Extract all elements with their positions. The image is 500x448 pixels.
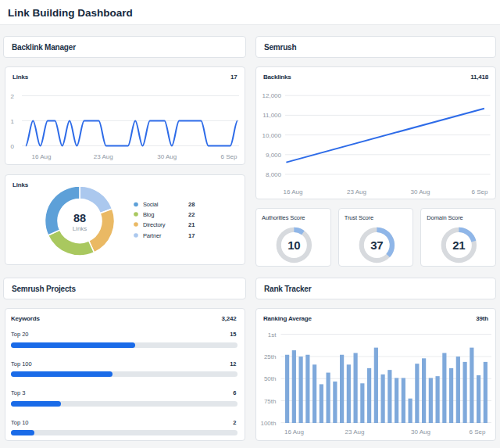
svg-text:30 Aug: 30 Aug	[411, 428, 430, 435]
svg-text:6 Sep: 6 Sep	[470, 428, 486, 435]
svg-text:88: 88	[73, 212, 86, 224]
svg-text:50th: 50th	[264, 375, 277, 382]
svg-text:30 Aug: 30 Aug	[157, 153, 177, 160]
svg-text:2: 2	[11, 93, 15, 100]
svg-text:37: 37	[370, 238, 383, 252]
svg-text:1st: 1st	[268, 332, 277, 339]
svg-text:Links: Links	[73, 225, 88, 232]
svg-text:9,000: 9,000	[266, 152, 282, 159]
svg-text:10,000: 10,000	[262, 132, 282, 139]
svg-text:Social: Social	[143, 201, 159, 208]
svg-text:6 Sep: 6 Sep	[221, 153, 238, 160]
svg-text:16 Aug: 16 Aug	[284, 188, 303, 195]
svg-text:30 Aug: 30 Aug	[411, 188, 430, 195]
svg-text:75th: 75th	[264, 398, 277, 405]
svg-text:16 Aug: 16 Aug	[284, 428, 304, 435]
svg-text:16 Aug: 16 Aug	[32, 153, 52, 160]
svg-text:6 Sep: 6 Sep	[472, 188, 488, 195]
svg-text:21: 21	[188, 220, 195, 228]
svg-text:23 Aug: 23 Aug	[345, 428, 365, 435]
svg-text:23 Aug: 23 Aug	[94, 153, 113, 160]
svg-text:Directory: Directory	[143, 220, 166, 228]
svg-text:10: 10	[288, 238, 300, 252]
svg-text:25th: 25th	[264, 353, 277, 360]
svg-text:Blog: Blog	[143, 210, 154, 217]
svg-text:11,000: 11,000	[262, 112, 281, 119]
svg-text:1: 1	[11, 118, 15, 125]
svg-text:22: 22	[188, 210, 195, 217]
svg-text:0: 0	[11, 143, 15, 150]
svg-text:12,000: 12,000	[262, 92, 282, 99]
svg-text:100th: 100th	[260, 420, 276, 427]
svg-text:23 Aug: 23 Aug	[347, 188, 366, 195]
svg-text:Partner: Partner	[143, 231, 162, 238]
svg-text:8,000: 8,000	[266, 171, 282, 178]
svg-text:21: 21	[453, 238, 466, 252]
svg-text:28: 28	[188, 201, 195, 208]
svg-text:17: 17	[188, 231, 195, 238]
